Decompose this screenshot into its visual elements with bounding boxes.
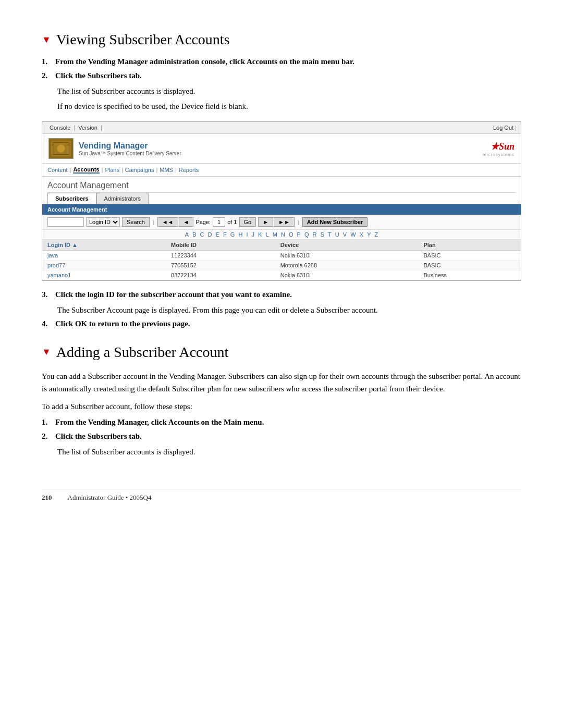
alpha-nav: A B C D E F G H I J K L M N O P Q R S T: [42, 230, 521, 240]
add-new-subscriber-button[interactable]: Add New Subscriber: [302, 217, 368, 227]
logo-image: [48, 138, 74, 159]
alpha-Q[interactable]: Q: [303, 231, 310, 238]
col-mobile-id: Mobile ID: [166, 240, 275, 251]
nav-console[interactable]: Console: [46, 124, 74, 132]
nav-icons: ◄◄ ◄: [157, 217, 194, 227]
sun-logo-text: ★Sun: [491, 141, 515, 152]
alpha-T[interactable]: T: [327, 231, 333, 238]
go-button[interactable]: Go: [239, 217, 256, 227]
alpha-P[interactable]: P: [296, 231, 302, 238]
step-4-item: 4. Click OK to return to the previous pa…: [42, 319, 521, 328]
alpha-W[interactable]: W: [349, 231, 357, 238]
alpha-M[interactable]: M: [272, 231, 278, 238]
ui-screenshot: Console | Version | Log Out |: [42, 121, 521, 281]
nav-icons-right: ► ►►: [258, 217, 295, 227]
login-id-dropdown[interactable]: Login ID: [86, 217, 120, 227]
alpha-Y[interactable]: Y: [366, 231, 372, 238]
login-link-yamano1[interactable]: yamano1: [47, 272, 71, 278]
tab-subscribers[interactable]: Subscribers: [47, 193, 96, 204]
menu-reports[interactable]: Reports: [179, 167, 199, 173]
nav-sep-3: |: [515, 124, 517, 132]
alpha-D[interactable]: D: [207, 231, 213, 238]
step-2-text: Click the Subscribers tab.: [55, 71, 142, 80]
alpha-E[interactable]: E: [215, 231, 221, 238]
last-page-button[interactable]: ►►: [274, 217, 295, 227]
page-number-input[interactable]: [213, 217, 225, 227]
section2-title: ▼ Adding a Subscriber Account: [42, 344, 521, 361]
table-header-bar: Account Management: [42, 204, 521, 215]
section1-title: ▼ Viewing Subscriber Accounts: [42, 31, 521, 48]
triangle2-icon: ▼: [42, 347, 51, 357]
device-prod77: Motorola 6288: [275, 261, 419, 270]
footer-doc-title: Administrator Guide • 2005Q4: [68, 493, 152, 502]
login-link-prod77[interactable]: prod77: [47, 262, 65, 268]
step-4-text: Click OK to return to the previous page.: [55, 319, 190, 328]
sun-logo-sub: microsystems: [483, 152, 515, 157]
alpha-Z[interactable]: Z: [374, 231, 380, 238]
tab-administrators[interactable]: Administrators: [96, 193, 149, 204]
table-row: yamano1 03722134 Nokia 6310i Business: [42, 270, 521, 280]
section-viewing-accounts: ▼ Viewing Subscriber Accounts 1. From th…: [42, 31, 521, 328]
search-button[interactable]: Search: [122, 217, 150, 227]
section2-step-2-item: 2. Click the Subscribers tab.: [42, 432, 521, 441]
nav-bar-left: Console | Version |: [46, 124, 102, 132]
section2-step-1-item: 1. From the Vending Manager, click Accou…: [42, 418, 521, 427]
alpha-K[interactable]: K: [257, 231, 263, 238]
col-device: Device: [275, 240, 419, 251]
menu-campaigns[interactable]: Campaigns: [125, 167, 154, 173]
login-link-java[interactable]: java: [47, 252, 58, 258]
prev-page-button[interactable]: ◄: [179, 217, 194, 227]
header-left: Vending Manager Sun Java™ System Content…: [48, 138, 181, 159]
section2-step-1-number: 1.: [42, 418, 51, 427]
nav-version[interactable]: Version: [75, 124, 101, 132]
page-footer: 210 Administrator Guide • 2005Q4: [42, 489, 521, 502]
alpha-I[interactable]: I: [245, 231, 249, 238]
section2-para1: You can add a Subscriber account in the …: [42, 370, 521, 395]
menu-accounts[interactable]: Accounts: [73, 166, 99, 174]
alpha-O[interactable]: O: [288, 231, 295, 238]
sun-logo: ★Sun microsystems: [483, 141, 515, 157]
alpha-C[interactable]: C: [199, 231, 205, 238]
header-title-main: Vending Manager: [79, 141, 181, 151]
mobile-id-yamano1: 03722134: [166, 270, 275, 280]
subscriber-table: Login ID ▲ Mobile ID Device Plan java 11…: [42, 240, 521, 280]
step-1-text: From the Vending Manager administration …: [55, 57, 354, 66]
menu-content[interactable]: Content: [47, 167, 68, 173]
account-mgmt-title: Account Management: [42, 177, 521, 192]
first-page-button[interactable]: ◄◄: [157, 217, 178, 227]
table-row: java 11223344 Nokia 6310i BASIC: [42, 251, 521, 261]
section-adding-accounts: ▼ Adding a Subscriber Account You can ad…: [42, 344, 521, 458]
nav-logout[interactable]: Log Out |: [493, 125, 517, 131]
alpha-A[interactable]: A: [184, 231, 190, 238]
alpha-N[interactable]: N: [280, 231, 286, 238]
section2-step-2-text: Click the Subscribers tab.: [55, 432, 142, 441]
alpha-U[interactable]: U: [334, 231, 340, 238]
alpha-V[interactable]: V: [342, 231, 348, 238]
step-3-text: Click the login ID for the subscriber ac…: [55, 290, 292, 299]
alpha-J[interactable]: J: [251, 231, 256, 238]
alpha-F[interactable]: F: [222, 231, 228, 238]
alpha-B[interactable]: B: [191, 231, 197, 238]
alpha-H[interactable]: H: [237, 231, 243, 238]
tabs-area: Subscribers Administrators: [42, 193, 521, 204]
menu-mms[interactable]: MMS: [160, 167, 173, 173]
alpha-R[interactable]: R: [312, 231, 318, 238]
section2-step2-desc: The list of Subscriber accounts is displ…: [42, 446, 521, 458]
alpha-G[interactable]: G: [229, 231, 236, 238]
of-label: of 1: [227, 219, 237, 225]
next-page-button[interactable]: ►: [258, 217, 273, 227]
mobile-id-prod77: 77055152: [166, 261, 275, 270]
header-title-sub: Sun Java™ System Content Delivery Server: [79, 151, 181, 156]
alpha-X[interactable]: X: [359, 231, 364, 238]
alpha-L[interactable]: L: [265, 231, 270, 238]
alpha-S[interactable]: S: [320, 231, 325, 238]
svg-point-2: [57, 144, 65, 152]
col-login-id[interactable]: Login ID ▲: [42, 240, 166, 251]
table-area: Account Management Login ID Search | ◄◄ …: [42, 204, 521, 280]
col-plan: Plan: [418, 240, 521, 251]
step-1-number: 1.: [42, 57, 51, 66]
step-2-number: 2.: [42, 71, 51, 80]
menu-plans[interactable]: Plans: [105, 167, 119, 173]
search-input[interactable]: [47, 217, 84, 227]
device-yamano1: Nokia 6310i: [275, 270, 419, 280]
